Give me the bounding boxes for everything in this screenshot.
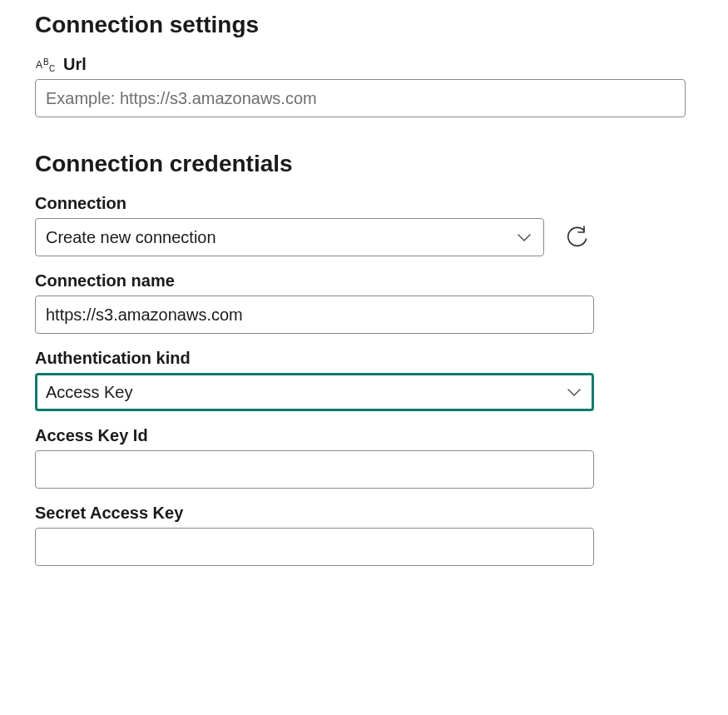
authentication-kind-select[interactable]: Access Key (35, 373, 594, 411)
secret-access-key-input[interactable] (35, 528, 594, 566)
secret-access-key-label: Secret Access Key (35, 504, 183, 523)
refresh-button[interactable] (561, 221, 594, 254)
url-input[interactable] (35, 79, 686, 117)
url-label: Url (63, 55, 87, 74)
connection-name-label: Connection name (35, 271, 175, 290)
secret-access-key-field: Secret Access Key (35, 504, 594, 566)
refresh-icon (565, 225, 590, 250)
connection-settings-heading: Connection settings (35, 12, 693, 38)
access-key-id-label: Access Key Id (35, 426, 148, 445)
svg-text:C: C (49, 64, 55, 73)
text-type-icon: A B C (35, 56, 58, 74)
connection-select[interactable]: Create new connection (35, 218, 544, 256)
access-key-id-field: Access Key Id (35, 426, 594, 489)
chevron-down-icon (515, 228, 533, 246)
connection-name-input[interactable] (35, 295, 594, 334)
connection-select-value: Create new connection (46, 228, 216, 247)
connection-field: Connection Create new connection (35, 194, 594, 256)
connection-name-field: Connection name (35, 271, 594, 334)
authentication-kind-label: Authentication kind (35, 349, 191, 368)
authentication-kind-value: Access Key (46, 383, 132, 402)
url-field: A B C Url (35, 55, 686, 117)
svg-text:A: A (36, 59, 42, 71)
authentication-kind-field: Authentication kind Access Key (35, 349, 594, 411)
connection-label: Connection (35, 194, 126, 213)
svg-text:B: B (43, 57, 49, 67)
chevron-down-icon (565, 383, 583, 401)
connection-credentials-heading: Connection credentials (35, 151, 693, 177)
access-key-id-input[interactable] (35, 450, 594, 489)
